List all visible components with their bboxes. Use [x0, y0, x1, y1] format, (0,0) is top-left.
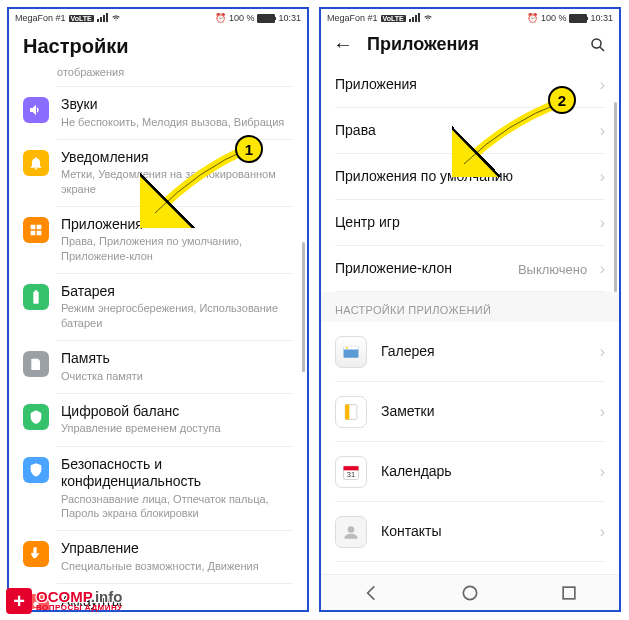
settings-item-control[interactable]: Управление Специальные возможности, Движ…	[9, 530, 307, 583]
phone-apps: MegaFon #1 VoLTE ⏰ 100 % 10:31 ← Приложе…	[319, 7, 621, 612]
battery-settings-icon	[23, 284, 49, 310]
menu-item-default-apps[interactable]: Приложения по умолчанию ›	[321, 154, 619, 200]
partial-prev-item-sub: отображения	[9, 62, 307, 86]
settings-scroll[interactable]: отображения Звуки Не беспокоить, Мелодия…	[9, 62, 307, 612]
status-bar: MegaFon #1 VoLTE ⏰ 100 % 10:31	[321, 9, 619, 27]
carrier-label: MegaFon #1	[327, 13, 378, 23]
page-header: ← Приложения	[321, 27, 619, 62]
page-title: Настройки	[23, 35, 293, 58]
alarm-icon: ⏰	[527, 13, 538, 23]
svg-text:31: 31	[347, 470, 355, 479]
signal-icon	[409, 14, 420, 22]
clock: 10:31	[590, 13, 613, 23]
battery-pct: 100 %	[229, 13, 255, 23]
item-title: Права	[335, 122, 376, 140]
system-navbar	[321, 574, 619, 610]
menu-item-apps[interactable]: Приложения ›	[321, 62, 619, 108]
page-header: Настройки	[9, 27, 307, 62]
chevron-right-icon: ›	[600, 168, 605, 186]
section-header: НАСТРОЙКИ ПРИЛОЖЕНИЙ	[321, 292, 619, 322]
item-title: Батарея	[61, 283, 293, 301]
scrollbar[interactable]	[614, 102, 617, 292]
watermark-tld: .info	[91, 588, 123, 605]
item-sub: Метки, Уведомления на заблокированном эк…	[61, 167, 293, 196]
signal-icon	[97, 14, 108, 22]
app-title: Контакты	[381, 523, 441, 541]
chevron-right-icon: ›	[600, 214, 605, 232]
app-item-gallery[interactable]: Галерея ›	[321, 322, 619, 382]
apps-icon	[23, 217, 49, 243]
item-title: Безопасность и конфиденциальность	[61, 456, 293, 491]
scrollbar[interactable]	[302, 242, 305, 372]
settings-item-apps[interactable]: Приложения Права, Приложения по умолчани…	[9, 206, 307, 273]
search-button[interactable]	[589, 36, 607, 54]
chevron-right-icon: ›	[600, 260, 605, 277]
item-sub: Управление временем доступа	[61, 421, 293, 435]
svg-rect-6	[345, 405, 349, 420]
contacts-icon	[335, 516, 367, 548]
app-title: Календарь	[381, 463, 452, 481]
apps-scroll[interactable]: Приложения › Права › Приложения по умолч…	[321, 62, 619, 583]
chevron-right-icon: ›	[600, 76, 605, 94]
app-item-calendar[interactable]: 31 Календарь ›	[321, 442, 619, 502]
svg-point-0	[592, 39, 601, 48]
sound-icon	[23, 97, 49, 123]
item-value: Выключено	[518, 262, 587, 277]
item-title: Звуки	[61, 96, 293, 114]
menu-item-app-clone[interactable]: Приложение-клон Выключено ›	[321, 246, 619, 292]
nav-back-button[interactable]	[361, 583, 381, 603]
menu-item-rights[interactable]: Права ›	[321, 108, 619, 154]
svg-point-11	[463, 586, 476, 599]
item-sub: Очистка памяти	[61, 369, 293, 383]
item-title: Приложения	[335, 76, 417, 94]
item-title: Память	[61, 350, 293, 368]
svg-rect-3	[344, 346, 359, 349]
svg-point-10	[348, 526, 355, 533]
clock: 10:31	[278, 13, 301, 23]
page-title: Приложения	[367, 34, 575, 55]
volte-badge: VoLTE	[381, 15, 406, 22]
item-sub: Режим энергосбережения, Использование ба…	[61, 301, 293, 330]
volte-badge: VoLTE	[69, 15, 94, 22]
battery-pct: 100 %	[541, 13, 567, 23]
svg-line-1	[600, 47, 604, 51]
hand-icon	[23, 541, 49, 567]
shield-icon	[23, 457, 49, 483]
chevron-right-icon: ›	[600, 403, 605, 421]
back-button[interactable]: ←	[333, 33, 353, 56]
item-title: Управление	[61, 540, 293, 558]
app-item-contacts[interactable]: Контакты ›	[321, 502, 619, 562]
watermark: + OCOMP.info ВОПРОСЫ АДМИНУ	[6, 588, 123, 614]
wifi-icon	[111, 14, 121, 22]
nav-home-button[interactable]	[460, 583, 480, 603]
watermark-brand: OCOMP	[36, 588, 91, 605]
settings-item-memory[interactable]: Память Очистка памяти	[9, 340, 307, 393]
svg-point-4	[346, 347, 348, 349]
item-sub: Распознавание лица, Отпечаток пальца, Па…	[61, 492, 293, 521]
chevron-right-icon: ›	[600, 523, 605, 541]
balance-icon	[23, 404, 49, 430]
settings-item-sounds[interactable]: Звуки Не беспокоить, Мелодия вызова, Виб…	[9, 86, 307, 139]
chevron-right-icon: ›	[600, 122, 605, 140]
alarm-icon: ⏰	[215, 13, 226, 23]
item-sub: Не беспокоить, Мелодия вызова, Вибрация	[61, 115, 293, 129]
item-title: Приложения	[61, 216, 293, 234]
settings-item-security[interactable]: Безопасность и конфиденциальность Распоз…	[9, 446, 307, 531]
status-bar: MegaFon #1 VoLTE ⏰ 100 % 10:31	[9, 9, 307, 27]
carrier-label: MegaFon #1	[15, 13, 66, 23]
memory-icon	[23, 351, 49, 377]
item-title: Центр игр	[335, 214, 400, 232]
app-item-notes[interactable]: Заметки ›	[321, 382, 619, 442]
nav-recent-button[interactable]	[559, 583, 579, 603]
item-title: Цифровой баланс	[61, 403, 293, 421]
settings-item-notifications[interactable]: Уведомления Метки, Уведомления на заблок…	[9, 139, 307, 206]
menu-item-game-center[interactable]: Центр игр ›	[321, 200, 619, 246]
settings-item-battery[interactable]: Батарея Режим энергосбережения, Использо…	[9, 273, 307, 340]
settings-item-digital-balance[interactable]: Цифровой баланс Управление временем дост…	[9, 393, 307, 446]
chevron-right-icon: ›	[600, 343, 605, 361]
chevron-right-icon: ›	[600, 463, 605, 481]
watermark-sub: ВОПРОСЫ АДМИНУ	[36, 603, 123, 612]
gallery-icon	[335, 336, 367, 368]
item-sub: Специальные возможности, Движения	[61, 559, 293, 573]
notes-icon	[335, 396, 367, 428]
